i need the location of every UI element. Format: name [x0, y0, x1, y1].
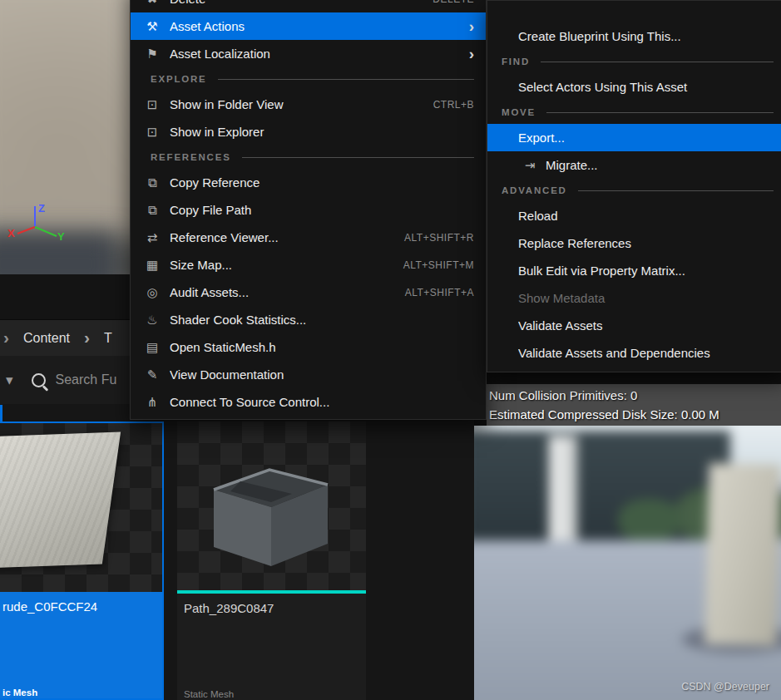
documentation-icon: ✎	[141, 367, 163, 382]
menu-item-reload[interactable]: Reload	[487, 202, 781, 229]
menu-item-shortcut: ALT+SHIFT+R	[404, 232, 474, 244]
section-label: FIND	[502, 57, 530, 67]
menu-item-label: Asset Localization	[170, 47, 459, 61]
asset-label-area: rude_C0FCCF24 ic Mesh	[0, 592, 162, 698]
svg-text:X: X	[7, 227, 15, 239]
menu-item-export[interactable]: Export...	[487, 124, 781, 151]
flag-icon: ⚑	[141, 47, 163, 62]
section-divider	[242, 157, 474, 158]
menu-item-show-in-explorer[interactable]: ⊡ Show in Explorer	[131, 118, 486, 145]
asset-type-label: Static Mesh	[184, 689, 234, 699]
tree	[618, 499, 680, 542]
menu-item-open-staticmesh-header[interactable]: ▤ Open StaticMesh.h	[131, 333, 486, 361]
menu-item-size-map[interactable]: ▦ Size Map... ALT+SHIFT+M	[131, 251, 486, 279]
submenu-arrow-icon: ›	[469, 46, 474, 62]
menu-item-bulk-edit[interactable]: Bulk Edit via Property Matrix...	[487, 257, 781, 284]
size-map-icon: ▦	[141, 258, 163, 273]
menu-item-migrate[interactable]: ⇥ Migrate...	[487, 151, 781, 179]
search-icon	[32, 373, 46, 387]
menu-item-asset-localization[interactable]: ⚑ Asset Localization ›	[131, 40, 486, 67]
menu-item-label: Validate Assets and Dependencies	[518, 346, 774, 360]
tooltip-line-disksize: Estimated Compressed Disk Size: 0.00 M	[489, 405, 781, 424]
menu-item-copy-file-path[interactable]: ⧉ Copy File Path	[131, 196, 486, 224]
copy-icon: ⧉	[141, 175, 163, 190]
box-mesh-thumbnail	[190, 441, 357, 574]
asset-type-label: ic Mesh	[2, 688, 37, 698]
section-divider	[218, 79, 474, 80]
header-file-icon: ▤	[141, 340, 163, 355]
svg-text:Y: Y	[57, 230, 65, 243]
pillar	[549, 436, 577, 540]
copy-icon: ⧉	[141, 203, 163, 218]
asset-tile-path[interactable]: Path_289C0847 Static Mesh	[177, 421, 366, 700]
menu-item-validate-assets[interactable]: Validate Assets	[487, 312, 781, 339]
axis-gizmo-icon: Z X Y	[5, 198, 68, 243]
menu-item-asset-actions[interactable]: ⚒ Asset Actions ›	[131, 12, 486, 40]
breadcrumb-item-content[interactable]: Content	[23, 331, 70, 346]
source-control-icon: ⋔	[141, 395, 163, 410]
wrench-icon: ⚒	[141, 19, 163, 34]
trash-icon: ✖	[141, 0, 163, 7]
menu-section-advanced: ADVANCED	[487, 179, 781, 202]
menu-item-view-documentation[interactable]: ✎ View Documentation	[131, 361, 486, 388]
folder-search-icon: ⊡	[141, 97, 163, 112]
menu-item-connect-source-control[interactable]: ⋔ Connect To Source Control...	[131, 388, 486, 416]
menu-item-label: Replace References	[518, 236, 774, 250]
asset-tile-extrude[interactable]: rude_C0FCCF24 ic Mesh	[0, 421, 164, 700]
menu-section-find: FIND	[487, 50, 781, 73]
menu-item-label: Create Blueprint Using This...	[518, 29, 774, 43]
menu-item-shortcut: ALT+SHIFT+A	[405, 287, 474, 298]
folder-search-icon: ⊡	[141, 125, 163, 140]
menu-item-delete[interactable]: ✖ Delete DELETE	[131, 0, 486, 12]
migrate-icon: ⇥	[521, 158, 539, 173]
menu-item-show-in-folder-view[interactable]: ⊡ Show in Folder View CTRL+B	[131, 91, 486, 118]
menu-item-label: Bulk Edit via Property Matrix...	[518, 264, 774, 278]
menu-item-show-metadata: Show Metadata	[487, 284, 781, 312]
menu-item-shortcut: ALT+SHIFT+M	[403, 259, 474, 271]
menu-item-select-actors[interactable]: Select Actors Using This Asset	[487, 73, 781, 101]
menu-item-label: Migrate...	[546, 158, 774, 172]
menu-item-label: Validate Assets	[518, 318, 774, 333]
menu-item-validate-assets-dependencies[interactable]: Validate Assets and Dependencies	[487, 339, 781, 367]
menu-item-replace-references[interactable]: Replace References	[487, 229, 781, 257]
breadcrumb-item-current[interactable]: T	[104, 331, 112, 346]
section-divider	[546, 112, 774, 113]
menu-item-create-blueprint[interactable]: Create Blueprint Using This...	[487, 22, 781, 50]
menu-item-label: View Documentation	[170, 367, 474, 382]
section-label: MOVE	[502, 107, 536, 117]
menu-section-explore: EXPLORE	[131, 67, 486, 91]
section-divider	[578, 190, 774, 191]
menu-item-audit-assets[interactable]: ◎ Audit Assets... ALT+SHIFT+A	[131, 279, 486, 306]
asset-label-area: Path_289C0847 Static Mesh	[177, 594, 366, 700]
filter-chevron-down-icon[interactable]: ▾	[6, 372, 13, 389]
menu-item-label: Delete	[170, 0, 418, 6]
menu-item-label: Reference Viewer...	[170, 230, 389, 244]
menu-item-label: Copy Reference	[170, 175, 474, 190]
menu-item-label: Copy File Path	[170, 203, 474, 217]
menu-item-label: Show in Folder View	[170, 97, 418, 111]
section-label: REFERENCES	[151, 152, 231, 162]
menu-item-label: Audit Assets...	[170, 285, 390, 299]
menu-item-shader-cook-statistics[interactable]: ♨ Shader Cook Statistics...	[131, 306, 486, 333]
stone-slab-thumbnail	[0, 432, 121, 569]
menu-section-references: REFERENCES	[131, 145, 486, 169]
menu-item-shortcut: DELETE	[433, 0, 474, 5]
preview-scene-blur	[474, 426, 781, 700]
menu-item-label: Reload	[518, 209, 774, 223]
menu-item-reference-viewer[interactable]: ⇄ Reference Viewer... ALT+SHIFT+R	[131, 224, 486, 251]
menu-section-move: MOVE	[487, 101, 781, 124]
tooltip-line-collision: Num Collision Primitives: 0	[489, 386, 781, 405]
search-input[interactable]	[54, 372, 129, 388]
section-label: EXPLORE	[151, 74, 207, 84]
breadcrumb-expander-icon[interactable]: ›	[3, 328, 9, 346]
menu-item-label: Asset Actions	[170, 19, 459, 33]
watermark: CSDN @Deveuper	[681, 681, 769, 693]
menu-item-copy-reference[interactable]: ⧉ Copy Reference	[131, 169, 486, 196]
asset-thumbnail-checker	[0, 423, 162, 592]
chevron-right-icon: ›	[84, 328, 90, 346]
asset-name: Path_289C0847	[177, 594, 366, 615]
menu-item-label: Show Metadata	[518, 291, 774, 305]
menu-item-label: Export...	[518, 131, 774, 145]
submenu-arrow-icon: ›	[469, 18, 474, 34]
audit-assets-icon: ◎	[141, 285, 163, 300]
